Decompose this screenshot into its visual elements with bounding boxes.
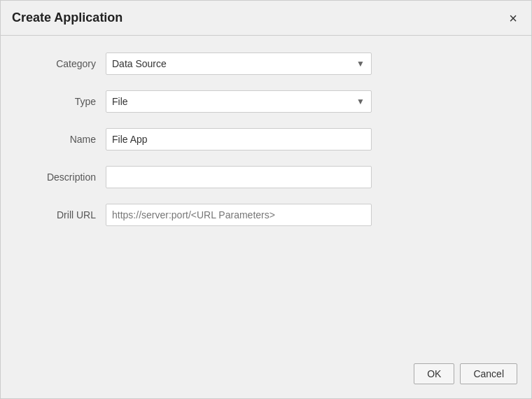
ok-button[interactable]: OK — [414, 363, 454, 384]
category-select[interactable]: Data Source Report Dashboard — [106, 52, 372, 75]
drill-url-input[interactable] — [106, 204, 372, 226]
close-button[interactable]: × — [506, 11, 520, 25]
type-row: Type File Database Web Service ▼ — [29, 90, 503, 113]
description-row: Description — [29, 166, 503, 188]
category-select-wrapper: Data Source Report Dashboard ▼ — [106, 52, 372, 75]
name-row: Name — [29, 128, 503, 150]
category-label: Category — [29, 58, 106, 69]
drill-url-row: Drill URL — [29, 204, 503, 226]
type-label: Type — [29, 96, 106, 107]
dialog-body: Category Data Source Report Dashboard ▼ … — [1, 36, 531, 258]
category-row: Category Data Source Report Dashboard ▼ — [29, 52, 503, 75]
description-input[interactable] — [106, 166, 372, 188]
dialog-footer: OK Cancel — [414, 363, 517, 384]
name-input[interactable] — [106, 128, 372, 150]
type-select[interactable]: File Database Web Service — [106, 90, 372, 113]
drill-url-label: Drill URL — [29, 209, 106, 220]
dialog-title: Create Application — [12, 10, 122, 25]
cancel-button[interactable]: Cancel — [460, 363, 517, 384]
name-label: Name — [29, 134, 106, 145]
description-label: Description — [29, 172, 106, 183]
create-application-dialog: Create Application × Category Data Sourc… — [0, 0, 532, 399]
dialog-header: Create Application × — [1, 1, 531, 36]
type-select-wrapper: File Database Web Service ▼ — [106, 90, 372, 113]
